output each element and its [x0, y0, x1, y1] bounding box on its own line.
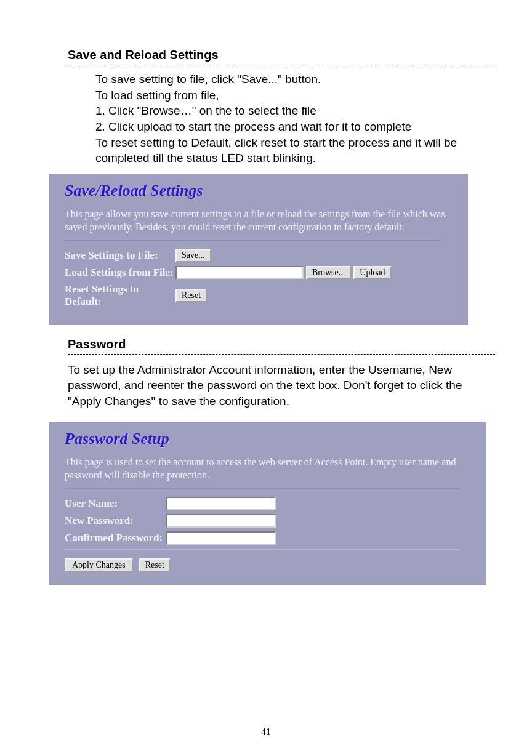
save-button[interactable]: Save...: [175, 249, 211, 262]
instruction-line: To save setting to file, click "Save..."…: [95, 71, 495, 87]
panel-description: This page is used to set the account to …: [65, 456, 476, 482]
password-setup-panel: Password Setup This page is used to set …: [49, 422, 486, 585]
load-file-input[interactable]: [175, 266, 304, 279]
instruction-line: 2. Click upload to start the process and…: [95, 119, 495, 135]
browse-button[interactable]: Browse...: [306, 266, 351, 279]
password-instructions: To set up the Administrator Account info…: [68, 362, 495, 409]
panel-title: Password Setup: [65, 430, 476, 448]
page-number: 41: [0, 726, 532, 738]
panel-divider: [65, 549, 459, 550]
panel-divider: [65, 488, 459, 489]
instruction-line: 1. Click "Browse…" on the to select the …: [95, 103, 495, 119]
reset-settings-label: Reset Settings to Default:: [65, 283, 175, 308]
apply-changes-button[interactable]: Apply Changes: [65, 558, 133, 572]
instruction-line: To load setting from file,: [95, 87, 495, 103]
new-password-input[interactable]: [166, 514, 276, 528]
username-label: User Name:: [65, 497, 166, 510]
divider: [68, 354, 495, 355]
divider: [68, 65, 495, 65]
panel-divider: [65, 240, 441, 241]
panel-title: Save/Reload Settings: [65, 182, 457, 200]
confirmed-password-input[interactable]: [166, 531, 276, 545]
section-title-password: Password: [68, 337, 495, 352]
panel-description: This page allows you save current settin…: [65, 207, 457, 234]
upload-button[interactable]: Upload: [353, 266, 391, 279]
save-reload-panel: Save/Reload Settings This page allows yo…: [49, 174, 468, 325]
new-password-label: New Password:: [65, 515, 166, 527]
section-title-save-reload: Save and Reload Settings: [68, 48, 495, 62]
username-input[interactable]: [166, 497, 276, 510]
instruction-line: To reset setting to Default, click reset…: [95, 135, 495, 166]
reset-button[interactable]: Reset: [175, 289, 207, 302]
save-settings-label: Save Settings to File:: [65, 249, 175, 262]
save-reload-instructions: To save setting to file, click "Save..."…: [95, 71, 495, 166]
load-settings-label: Load Settings from File:: [65, 267, 175, 279]
confirmed-password-label: Confirmed Password:: [65, 532, 166, 544]
reset-button[interactable]: Reset: [139, 558, 171, 572]
